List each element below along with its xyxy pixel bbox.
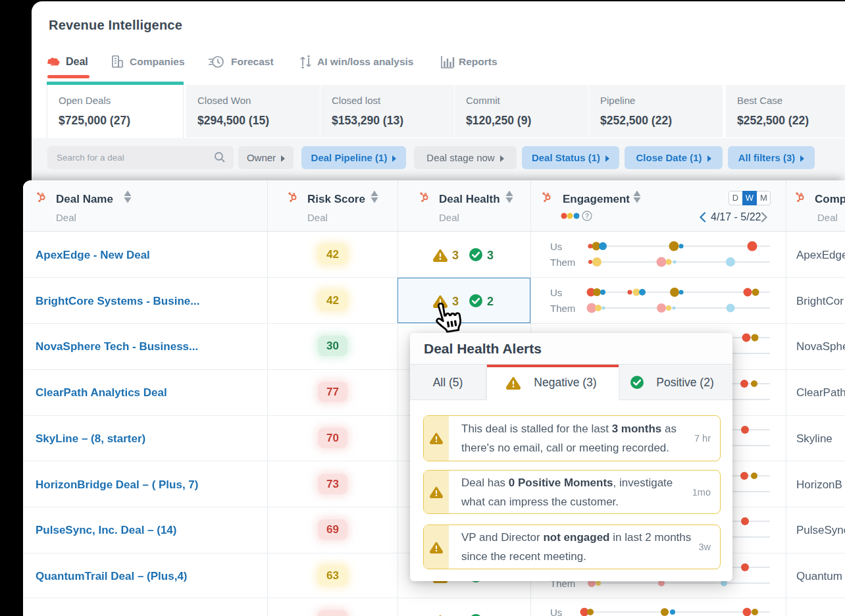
- svg-text:?: ?: [585, 213, 589, 220]
